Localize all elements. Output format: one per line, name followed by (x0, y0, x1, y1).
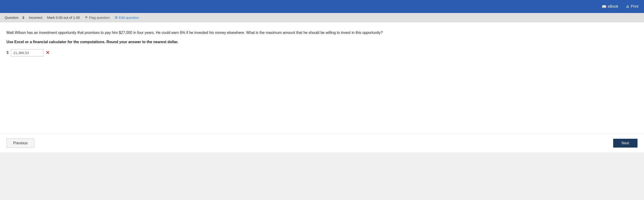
question-prefix: Question (5, 16, 18, 20)
mark-info: Mark 0.00 out of 1.00 (47, 16, 80, 20)
mark-text: Mark 0.00 out of 1.00 (47, 16, 80, 20)
book-icon (602, 5, 606, 9)
meta-bar: Question 3 Incorrect Mark 0.00 out of 1.… (0, 13, 644, 22)
print-button[interactable]: Print (626, 5, 638, 9)
print-icon (626, 5, 630, 9)
ebook-label: eBook (608, 5, 618, 9)
question-number: Question 3 (5, 16, 24, 20)
top-bar: eBook Print (0, 0, 644, 13)
previous-label: Previous (13, 141, 28, 145)
previous-button[interactable]: Previous (6, 138, 34, 148)
status-badge: Incorrect (29, 16, 42, 20)
answer-row: $ ✕ (6, 49, 638, 56)
answer-input[interactable] (11, 49, 43, 56)
edit-label: Edit question (119, 16, 139, 20)
question-num-value: 3 (22, 16, 24, 20)
nav-footer: Previous Next (0, 134, 644, 152)
question-text: Matt Wilson has an investment opportunit… (6, 30, 638, 36)
flag-label: Flag question (89, 16, 110, 20)
flag-question-button[interactable]: Flag question (84, 15, 110, 20)
dollar-sign: $ (6, 51, 8, 55)
status-text: Incorrect (29, 16, 42, 20)
next-button[interactable]: Next (613, 139, 638, 148)
gear-icon (114, 15, 118, 20)
main-content: Matt Wilson has an investment opportunit… (0, 22, 644, 134)
edit-question-button[interactable]: Edit question (114, 15, 139, 20)
next-label: Next (622, 141, 629, 145)
print-label: Print (631, 5, 638, 9)
incorrect-mark-icon: ✕ (46, 50, 50, 56)
ebook-button[interactable]: eBook (602, 5, 618, 9)
question-instruction: Use Excel or a financial calculator for … (6, 40, 638, 44)
flag-icon (84, 15, 88, 20)
